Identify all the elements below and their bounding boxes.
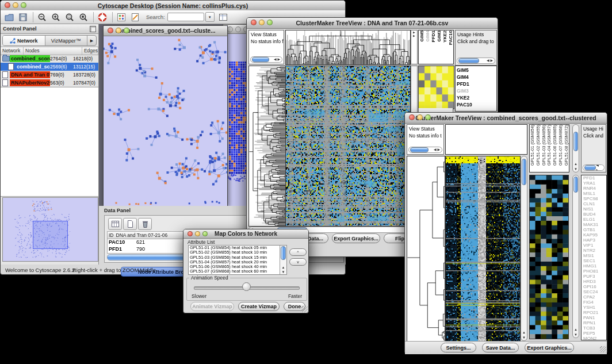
gene-label[interactable]: NTR2	[583, 248, 606, 253]
gene-label[interactable]: HMG1	[583, 263, 606, 269]
treeview1-titlebar[interactable]: ClusterMaker TreeView : DNA and Tran 07-…	[247, 18, 498, 29]
matrix-column-label[interactable]: GIM5	[419, 30, 424, 42]
gene-label[interactable]: RNR4	[583, 186, 606, 191]
zoom-button[interactable]	[267, 20, 273, 25]
scroll-down-icon[interactable]: ▼	[573, 332, 579, 337]
close-button[interactable]	[251, 20, 257, 25]
zoom-button[interactable]	[202, 231, 208, 236]
zoom-button[interactable]	[21, 2, 26, 8]
gene-label[interactable]: YRA1	[583, 181, 606, 186]
gene-label[interactable]: RPO21	[583, 310, 606, 315]
treeview2-button[interactable]: Save Data...	[482, 343, 519, 352]
resize-grip[interactable]	[301, 306, 308, 312]
network-list-row[interactable]: RNAPuberNov2+ 563(0) 107847(0)	[1, 79, 98, 87]
view-status-scrollbar[interactable]: ◀ ▶	[408, 147, 442, 153]
global-heatmap-vscrollbar[interactable]: ▲ ▼	[521, 156, 527, 341]
scroll-up-icon[interactable]: ▲	[573, 162, 579, 166]
network-table-column[interactable]: Edges	[82, 47, 98, 55]
column-scroll-strip[interactable]: ▶▶	[411, 30, 418, 64]
help-lifering-icon[interactable]	[97, 12, 108, 22]
search-input[interactable]	[167, 13, 204, 21]
network-list-row[interactable]: combined_scores 2764(0) 16218(0)	[1, 55, 98, 63]
gene-label[interactable]: PUF3	[583, 274, 606, 279]
gene-label[interactable]: SEC1	[583, 258, 606, 263]
birdseye-canvas[interactable]	[3, 198, 97, 260]
network-list-row[interactable]: combined_sco 2569(6) 13112(15)	[1, 63, 98, 71]
scroll-arrows-icon[interactable]: ◀ ▶	[274, 57, 282, 62]
matrix-column-label[interactable]: GIM4	[425, 30, 430, 42]
attribute-table-icon[interactable]	[108, 218, 122, 230]
global-heatmap[interactable]	[445, 156, 521, 342]
minimize-button[interactable]	[235, 26, 241, 32]
scroll-arrows-icon[interactable]: ◀ ▶	[434, 147, 442, 152]
zoom-in-icon[interactable]	[51, 12, 61, 22]
vizmapper-palette-icon[interactable]	[116, 12, 127, 22]
network-table-column[interactable]: Nodes	[24, 47, 82, 55]
birdseye-view[interactable]	[2, 197, 98, 262]
scroll-up-icon[interactable]: ▲	[573, 327, 579, 332]
scroll-arrows-icon[interactable]: ◀ ▶	[487, 58, 495, 63]
gene-label[interactable]: SEC24	[583, 289, 606, 294]
close-button[interactable]	[227, 26, 233, 32]
minimize-button[interactable]	[417, 114, 423, 120]
create-vizmap-button[interactable]: Create Vizmap	[238, 302, 280, 311]
zoom-button[interactable]	[124, 28, 129, 33]
animate-vizmap-button[interactable]: Animate Vizmap	[190, 302, 234, 311]
search-dropdown-icon[interactable]: ▼	[205, 12, 215, 22]
tab-overflow-arrow[interactable]: ▶	[87, 36, 96, 45]
matrix-column-label[interactable]: PAC10	[448, 30, 453, 45]
gene-label[interactable]: TCB3	[583, 325, 606, 331]
delete-attribute-icon[interactable]	[138, 218, 152, 230]
network-view-titlebar[interactable]: combined_scores_good.txt--cluste...	[104, 26, 227, 36]
matrix-column-label[interactable]: YKE2	[442, 30, 447, 43]
array-column-label[interactable]: GPL51-08 (GSM872)	[564, 125, 569, 166]
speed-slider-thumb[interactable]	[242, 282, 251, 291]
resize-grip[interactable]	[600, 346, 606, 352]
tab-vizmapper[interactable]: VizMapper™	[45, 36, 88, 45]
matrix-row-label[interactable]: PAC10	[457, 101, 495, 108]
usage-hints-scrollbar[interactable]: ◀ ▶	[583, 164, 605, 171]
matrix-column-label[interactable]: GIM3	[437, 30, 442, 42]
gene-label[interactable]: CPA2	[583, 294, 606, 300]
new-attribute-icon[interactable]	[123, 218, 137, 230]
tab-network[interactable]: Network	[3, 36, 45, 45]
close-button[interactable]	[188, 231, 193, 236]
matrix-row-label[interactable]: GIM4	[457, 74, 495, 81]
gene-label[interactable]: HRD3	[583, 279, 606, 284]
float-panel-icon[interactable]	[90, 26, 96, 32]
array-column-label[interactable]: GPL51-02 (GSM855)	[536, 125, 541, 166]
gene-label[interactable]: CLN1	[583, 201, 606, 206]
global-heatmap[interactable]	[285, 66, 411, 227]
scroll-arrows-icon[interactable]: ◀ ▶	[596, 164, 604, 171]
minimize-button[interactable]	[195, 231, 200, 236]
zoom-button[interactable]	[425, 114, 431, 120]
open-folder-icon[interactable]	[4, 12, 14, 22]
close-button[interactable]	[5, 2, 10, 8]
gene-label[interactable]: GTB1	[583, 227, 606, 232]
gene-label[interactable]: GPI16	[583, 284, 606, 289]
annotation-icon[interactable]	[130, 12, 140, 22]
close-button[interactable]	[108, 28, 113, 33]
array-column-label[interactable]: GPL51-04 (GSM857)	[546, 125, 552, 166]
matrix-row-label[interactable]: YKE2	[457, 94, 495, 101]
matrix-row-label[interactable]: GIM3	[457, 87, 495, 94]
move-down-button[interactable]: v	[289, 258, 307, 266]
attribute-list-item[interactable]: GPL51-07 (GSM868) heat shock 60 min	[189, 269, 280, 274]
matrix-row-label[interactable]: GIM5	[457, 67, 495, 74]
gene-label[interactable]: HAP3	[583, 237, 606, 243]
gene-label[interactable]: SPC98	[583, 196, 606, 201]
save-icon[interactable]	[18, 12, 28, 22]
gene-label[interactable]: KAP95	[583, 232, 606, 237]
treeview1-button[interactable]: Export Graphics...	[332, 233, 380, 243]
usage-hints-scrollbar[interactable]: ◀ ▶	[457, 58, 495, 64]
row-dendrogram[interactable]	[248, 66, 286, 227]
scroll-down-icon[interactable]: ▼	[280, 270, 286, 274]
gene-label[interactable]: NIS1	[583, 206, 606, 212]
gene-label[interactable]: MAK31	[583, 222, 606, 227]
minimize-button[interactable]	[13, 2, 18, 8]
treeview2-button[interactable]: Settings...	[441, 343, 476, 352]
treeview2-button[interactable]: Export Graphics...	[525, 343, 574, 352]
array-column-label[interactable]: GPL51-06 (GSM865)	[552, 125, 557, 166]
close-button[interactable]	[409, 114, 415, 120]
row-dendrogram[interactable]	[407, 156, 445, 342]
